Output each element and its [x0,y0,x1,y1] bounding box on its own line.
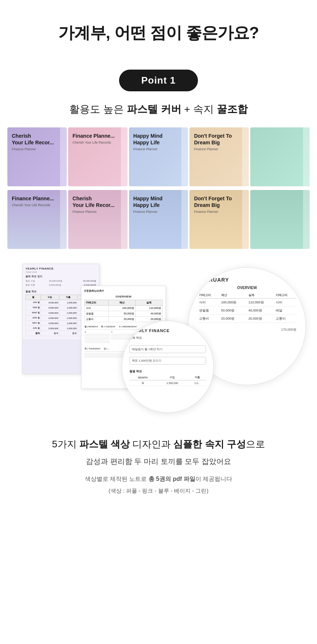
preview-section: YEARLY FINANCE YEAR 2024 올해 목표 정리 목표 수입 … [0,256,317,426]
circle-table: 카테고리 예산 실제 카테고리 식비 100,000원 110,000원 식비 [198,292,296,323]
ov-actual-daily: 40,000원 [135,311,162,317]
cover-title-beige-2: Don't Forget ToDream Big [194,195,244,208]
cover-title-pink-1: Finance Planne... [73,133,123,139]
circle-cat-daily: 생필품 [198,307,220,315]
subtitle-text-inner: 속지 [193,103,214,115]
circle-cat2-food: 식비 [274,299,296,307]
circle-monthly-label: 월별 목표 [129,369,206,373]
ov-row-food: 식비 100,000원 110,000원 [85,306,163,311]
cover-green-1 [250,127,310,186]
ov-row-transport: 교통비 20,000원 20,000원 [85,317,163,322]
ym-cell-apr-in: 3,500,000 [41,316,59,321]
line1-end: 으로 [246,439,265,450]
circle-cat-food: 식비 [198,299,220,307]
cover-subtitle-beige-1: Finance Planner [194,147,244,151]
subtitle-bold1: 파스텔 커버 [127,103,181,115]
line3-normal: 색상별로 제작된 노트로 [85,476,149,482]
cover-subtitle-purple-2: Cherish Your Life Records [12,203,62,207]
cover-purple-1: CherishYour Life Recor... Finance Planne… [7,127,67,186]
circle-income-cell: 2,500,000 [156,380,188,386]
cover-subtitle-pink-2: Finance Planner [73,210,123,214]
ym-cell-jun: JUN 월 [26,326,41,331]
circle-february-label: FEBRUARY [198,277,296,283]
circle-th-expense: 지출 [188,375,206,380]
ov-budget-daily: 50,000원 [108,311,135,317]
circle-th-cat2: 카테고리 [274,292,296,299]
ym-cell-may-in: 3,500,000 [41,321,59,326]
overview-label: OVERVIEW [84,295,163,298]
ym-cell-jan-in: 3,500,000 [41,300,59,305]
weekly-day-tue: 화 [111,331,136,333]
color-text-line4: (색상 : 퍼플 - 핑크 - 블루 - 베이지 - 그린) [15,488,302,495]
page-title: 가계부, 어떤 점이 좋은가요? [15,22,302,44]
circle-expense-cell: 1,0... [188,380,206,386]
ym-cell-mar: MAR 월 [26,310,41,316]
cover-title-pink-2: CherishYour Life Recor... [73,195,123,208]
cover-pink-1: Finance Planne... Cherish Your Life Reco… [68,127,128,186]
circle-th-month: MONTH [129,375,156,380]
ym-cell-mar-ex: 1,000,000 [59,310,77,316]
yearly-doc-header: YEARLY FINANCE [25,267,96,270]
cover-title-beige-1: Don't Forget ToDream Big [194,133,244,146]
ym-th-month: 월 [26,295,41,300]
ym-cell-apr-ex: 1,000,000 [59,316,77,321]
cover-green-2 [250,190,310,249]
subtitle: 활용도 높은 파스텔 커버 + 속지 꿀조합 [0,102,317,116]
weekly-col-mon: 월 [84,331,110,344]
ov-actual-food: 110,000원 [135,306,162,311]
circle-yearly-title: YEARLY FINANCE [129,328,206,333]
ov-cat-food: 식비 [85,306,109,311]
preview-wrapper: YEARLY FINANCE YEAR 2024 올해 목표 정리 목표 수입 … [18,264,313,422]
subtitle-bold2: 꿀조합 [214,103,248,115]
page-wrapper: 가계부, 어떤 점이 좋은가요? Point 1 활용도 높은 파스텔 커버 +… [0,0,317,502]
ov-budget-food: 100,000원 [108,306,135,311]
ov-table: 카테고리 예산 실제 식비 100,000원 110,000원 [84,300,163,322]
cover-subtitle-purple-1: Finance Planner [12,147,62,151]
detail-text-line3: 색상별로 제작된 노트로 총 5권의 pdf 파일이 제공됩니다 [15,474,302,484]
ym-cell-total-ex: 합계 [59,331,77,336]
ym-cell-jan-ex: 1,000,000 [59,300,77,305]
ym-cell-jun-ex: 1,000,000 [59,326,77,331]
subtitle-text-normal: 활용도 높은 [69,103,127,115]
circle-th-cat: 카테고리 [198,292,220,299]
circle-month-row: 일 2,500,000 1,0... [129,380,206,386]
point-badge-wrap: Point 1 [0,70,317,91]
point-badge: Point 1 [119,70,198,91]
line3-bold: 총 5권의 pdf 파일 [149,476,195,482]
ov-th-budget: 예산 [108,300,135,306]
target-amount-1: 25,000,000원 [83,279,96,283]
circle-actual-daily: 40,000원 [247,307,274,315]
ym-th-expense: 지출 [59,295,77,300]
february-label: FEBRUARY [84,289,163,293]
target-val-1: 30,000,000원 [49,279,81,283]
cover-pink-2: CherishYour Life Recor... Finance Planne… [68,190,128,249]
ym-cell-may-ex: 1,000,000 [59,321,77,326]
cover-subtitle-blue-2: Finance Planner [133,210,184,214]
circle-goal-2: 목돈 1,000만원 모으기 [129,357,206,365]
line1-n2: 디자인과 [130,439,173,450]
ym-cell-apr: APR 월 [26,316,41,321]
bottom-text: 5가지 파스텔 색상 디자인과 심플한 속지 구성으로 감성과 편리함 두 마리… [0,426,317,502]
target-key-2: 목표 저축 [25,284,48,287]
circle-budget-food: 100,000원 [220,299,247,307]
ym-cell-total-in: 합계 [41,331,59,336]
ov-budget-transport: 20,000원 [108,317,135,322]
ym-cell-mar-in: 3,500,000 [41,310,59,316]
ov-cat-daily: 생필품 [85,311,109,317]
cover-title-blue-1: Happy MindHappy Life [133,133,184,146]
cover-subtitle-beige-2: Finance Planner [194,210,244,214]
circle-actual-transport: 20,000원 [247,315,274,323]
section-title: 가계부, 어떤 점이 좋은가요? [0,0,317,59]
circle-budget-daily: 50,000원 [220,307,247,315]
sub-text-line2: 감성과 편리함 두 마리 토끼를 모두 잡았어요 [15,457,302,467]
circle-goal-label: 올해 목표 [129,336,206,340]
target-val-2: 8,000,000원 [49,284,82,287]
circle-budget-transport: 20,000원 [220,315,247,323]
ym-cell-feb-in: 3,500,000 [41,305,59,310]
ym-cell-feb: FEB 월 [26,305,41,310]
ov-th-actual: 실제 [135,300,162,306]
cover-title-blue-2: Happy MindHappy Life [133,195,184,208]
ym-cell-feb-ex: 1,000,000 [59,305,77,310]
ov-row-daily: 생필품 50,000원 40,000원 [85,311,163,317]
target-label: 올해 목표 정리 [25,275,96,278]
